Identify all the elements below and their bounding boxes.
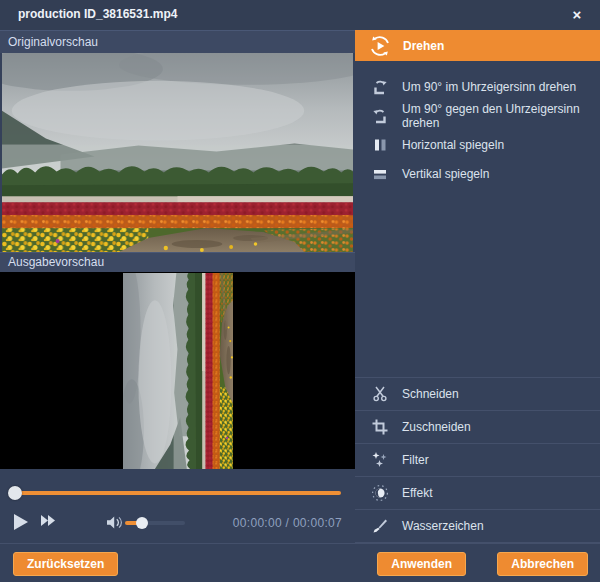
option-flip-vertical[interactable]: Vertikal spiegeln [355, 159, 600, 188]
reset-button[interactable]: Zurücksetzen [13, 552, 118, 576]
tab-effect[interactable]: Effekt [355, 476, 600, 509]
volume-thumb[interactable] [136, 517, 148, 529]
rotate-counterclockwise-icon [371, 107, 389, 125]
flip-horizontal-icon [371, 136, 389, 154]
seek-thumb[interactable] [8, 486, 22, 500]
effect-icon [371, 484, 389, 502]
footer-bar: Zurücksetzen Anwenden Abbrechen [0, 543, 600, 582]
rotated-video-frame [123, 273, 233, 469]
tools-panel: Drehen Um 90° im Uhrzeigersinn drehen Um… [355, 30, 600, 543]
seek-bar[interactable] [0, 480, 355, 506]
tab-watermark[interactable]: Wasserzeichen [355, 509, 600, 542]
original-preview [2, 53, 353, 252]
titlebar: production ID_3816531.mp4 × [0, 0, 600, 30]
flip-vertical-icon [371, 165, 389, 183]
option-rotate-counterclockwise[interactable]: Um 90° gegen den Uhrzeigersinn drehen [355, 101, 600, 130]
fast-forward-button[interactable] [40, 513, 62, 533]
section-label: Effekt [402, 486, 432, 500]
transport-bar: 00:00:00 / 00:00:07 [0, 506, 355, 540]
apply-button[interactable]: Anwenden [377, 552, 466, 576]
option-label: Um 90° im Uhrzeigersinn drehen [402, 80, 576, 94]
option-flip-horizontal[interactable]: Horizontal spiegeln [355, 130, 600, 159]
close-icon[interactable]: × [566, 4, 588, 26]
option-rotate-clockwise[interactable]: Um 90° im Uhrzeigersinn drehen [355, 72, 600, 101]
option-label: Horizontal spiegeln [402, 138, 504, 152]
time-display: 00:00:00 / 00:00:07 [233, 516, 342, 530]
tab-rotate[interactable]: Drehen [355, 30, 600, 61]
rotate-clockwise-icon [371, 78, 389, 96]
tab-filter[interactable]: Filter [355, 443, 600, 476]
rotate-play-icon [369, 35, 391, 57]
filter-icon [371, 451, 389, 469]
seek-track[interactable] [15, 491, 341, 495]
section-label: Wasserzeichen [402, 519, 484, 533]
tab-rotate-label: Drehen [403, 39, 444, 53]
original-preview-label: Originalvorschau [0, 30, 355, 53]
output-preview-label: Ausgabevorschau [0, 252, 355, 272]
section-label: Filter [402, 453, 429, 467]
rotate-options: Um 90° im Uhrzeigersinn drehen Um 90° ge… [355, 72, 600, 188]
section-label: Zuschneiden [402, 420, 471, 434]
output-preview [0, 272, 355, 469]
tab-cut[interactable]: Schneiden [355, 377, 600, 410]
option-label: Um 90° gegen den Uhrzeigersinn drehen [402, 102, 600, 130]
section-label: Schneiden [402, 387, 459, 401]
option-label: Vertikal spiegeln [402, 167, 489, 181]
tab-crop[interactable]: Zuschneiden [355, 410, 600, 443]
cancel-button[interactable]: Abbrechen [497, 552, 588, 576]
tool-sections: Schneiden Zuschneiden Filter [355, 377, 600, 543]
edit-video-dialog: production ID_3816531.mp4 × Originalvors… [0, 0, 600, 582]
tulip-field-image [2, 53, 353, 252]
play-button[interactable] [13, 513, 35, 533]
watermark-icon [371, 517, 389, 535]
window-title: production ID_3816531.mp4 [18, 7, 177, 21]
crop-icon [371, 418, 389, 436]
scissors-icon [371, 385, 389, 403]
speaker-icon[interactable] [106, 515, 123, 530]
